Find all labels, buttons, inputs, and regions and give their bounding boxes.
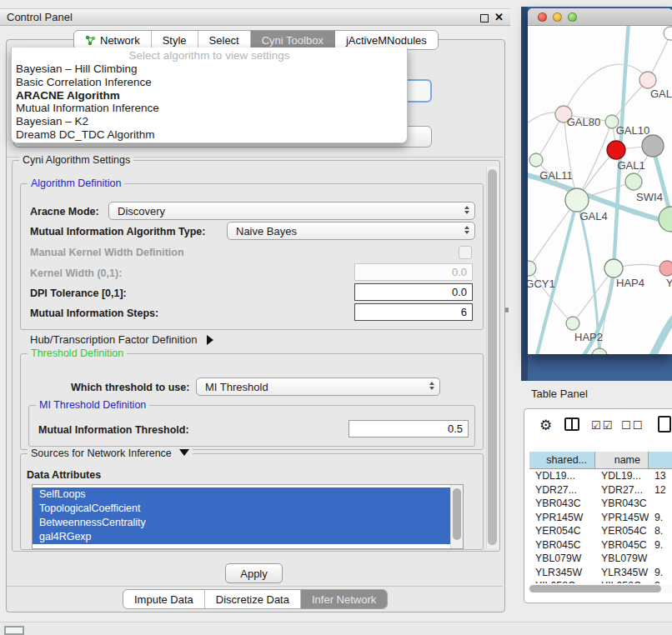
tab-cyni-toolbox[interactable]: Cyni Toolbox [251, 31, 335, 49]
data-attribute-item[interactable]: TopologicalCoefficient [33, 502, 457, 516]
table-cell[interactable]: 9. [649, 511, 672, 525]
algorithm-option[interactable]: Bayesian – K2 [12, 115, 407, 128]
table-cell[interactable]: YDR27... [595, 483, 649, 498]
table-cell[interactable]: YPR145W [529, 511, 595, 525]
node-gal-pink[interactable] [639, 72, 656, 88]
network-edge[interactable] [564, 64, 648, 114]
status-strip [0, 622, 672, 635]
table-cell[interactable]: YIL052C [529, 579, 595, 583]
mi-threshold-input[interactable] [349, 420, 469, 438]
column-header-shared[interactable]: shared... [529, 452, 595, 469]
table-cell[interactable]: YBL079W [595, 552, 649, 566]
table-cell[interactable]: 9. [649, 566, 672, 580]
network-desktop-shade [521, 7, 528, 381]
table-cell[interactable]: 12 [649, 483, 672, 498]
minimized-panel-icon[interactable] [4, 626, 24, 635]
mi-algorithm-type-label: Mutual Information Algorithm Type: [30, 226, 205, 238]
apply-button[interactable]: Apply [225, 563, 283, 583]
close-traffic-light[interactable] [538, 12, 547, 22]
algorithm-option[interactable]: Dream8 DC_TDC Algorithm [12, 128, 407, 142]
tab-infer-network[interactable]: Infer Network [301, 590, 387, 608]
table-cell[interactable]: YIL052C [595, 579, 649, 583]
close-icon[interactable]: ✕ [494, 11, 504, 23]
document-icon[interactable] [658, 416, 671, 432]
table-cell[interactable]: YLR345W [595, 566, 649, 580]
data-attribute-item[interactable]: gal4RGexp [33, 530, 457, 544]
algorithm-option[interactable]: ARACNE Algorithm [12, 89, 407, 102]
node-bottom[interactable] [592, 348, 607, 354]
hub-definition-toggle[interactable]: Hub/Transcription Factor Definition [30, 333, 213, 346]
table-cell[interactable]: 9. [649, 538, 672, 552]
column-header-name[interactable]: name [595, 452, 649, 469]
node-swi4[interactable] [659, 207, 672, 232]
tab-discretize-data[interactable]: Discretize Data [205, 590, 301, 608]
algorithm-option[interactable]: Mutual Information Inference [12, 102, 407, 115]
node-gal4[interactable] [565, 188, 589, 212]
node-unlabeled-top[interactable] [664, 27, 672, 40]
table-cell[interactable]: YBL079W [529, 552, 595, 566]
minimize-traffic-light[interactable] [553, 12, 562, 22]
which-threshold-select[interactable]: MI Threshold [196, 378, 440, 396]
table-cell[interactable]: YBR043C [595, 497, 649, 511]
node-gal11[interactable] [529, 153, 543, 167]
float-window-icon[interactable] [480, 14, 489, 22]
algorithm-option[interactable]: Basic Correlation Inference [12, 76, 407, 89]
table-cell[interactable]: 13 [649, 469, 672, 483]
network-edge[interactable] [651, 312, 672, 354]
dpi-tolerance-input[interactable] [354, 283, 473, 301]
collapse-down-icon[interactable] [179, 449, 189, 456]
manual-kernel-width-checkbox[interactable] [459, 246, 472, 259]
zoom-traffic-light[interactable] [568, 12, 577, 22]
list-scrollbar[interactable] [453, 488, 461, 540]
split-columns-icon[interactable] [564, 418, 579, 431]
table-hscrollbar[interactable] [529, 585, 661, 592]
panel-resize-handle[interactable] [505, 308, 509, 312]
table-cell[interactable]: YBR045C [529, 538, 595, 552]
checked-checkboxes-icon[interactable]: ☑☑ [591, 419, 614, 432]
algorithm-option[interactable]: Bayesian – Hill Climbing [12, 62, 407, 76]
aracne-mode-select[interactable]: Discovery [108, 202, 475, 220]
network-edge[interactable] [581, 26, 629, 354]
table-cell[interactable]: YER054C [529, 524, 595, 538]
tab-select[interactable]: Select [198, 31, 251, 49]
mi-algorithm-type-select[interactable]: Naive Bayes [227, 222, 475, 240]
table-cell[interactable]: YPR145W [595, 511, 649, 525]
stepper-arrows-icon [429, 382, 434, 390]
tab-impute-data[interactable]: Impute Data [123, 590, 205, 608]
table-cell[interactable] [649, 552, 672, 566]
kernel-width-input[interactable] [354, 263, 473, 281]
tab-jactivemnodules[interactable]: jActiveMNodules [335, 31, 438, 49]
control-panel-titlebar: Control Panel ✕ [0, 8, 510, 26]
table-cell[interactable]: YDL19... [595, 469, 649, 483]
column-header-A[interactable]: A [649, 452, 672, 469]
data-attribute-item[interactable]: BetweennessCentrality [33, 516, 457, 530]
network-canvas[interactable]: GALGAL80GAL10GAL1GAL11GAL4SWI4GCY1HAP4YH… [528, 26, 672, 354]
network-window-titlebar[interactable] [528, 8, 672, 26]
mi-steps-input[interactable] [354, 303, 473, 321]
table-cell[interactable]: YLR345W [529, 566, 595, 580]
data-attributes-list[interactable]: SelfLoopsTopologicalCoefficientBetweenne… [32, 484, 464, 549]
node-hap2[interactable] [566, 317, 579, 330]
table-cell[interactable]: 9 [649, 579, 672, 583]
table-cell[interactable]: YDR27... [529, 483, 595, 498]
data-attribute-item[interactable]: SelfLoops [33, 488, 457, 502]
network-window: GALGAL80GAL10GAL1GAL11GAL4SWI4GCY1HAP4YH… [528, 8, 672, 354]
node-hap4[interactable] [604, 259, 623, 278]
node-gcy1[interactable] [528, 261, 536, 276]
table-cell[interactable]: YBR045C [595, 538, 649, 552]
tab-style[interactable]: Style [152, 31, 198, 49]
node-gray[interactable] [642, 135, 664, 157]
node-red[interactable] [607, 141, 625, 159]
table-cell[interactable]: 8. [649, 524, 672, 538]
settings-scrollbar[interactable] [488, 169, 497, 545]
node-pink-right[interactable] [659, 261, 672, 276]
table-cell[interactable]: YER054C [595, 524, 649, 538]
unchecked-checkboxes-icon[interactable]: ☐☐ [621, 419, 644, 432]
table-cell[interactable]: YBR043C [529, 497, 595, 511]
table-cell[interactable]: YDL19... [529, 469, 595, 483]
gear-icon[interactable]: ⚙ [539, 417, 554, 434]
tab-network[interactable]: Network [74, 31, 152, 49]
table-cell[interactable] [649, 497, 672, 511]
node-gal1[interactable] [625, 173, 642, 190]
dpi-tolerance-label: DPI Tolerance [0,1]: [30, 288, 127, 299]
